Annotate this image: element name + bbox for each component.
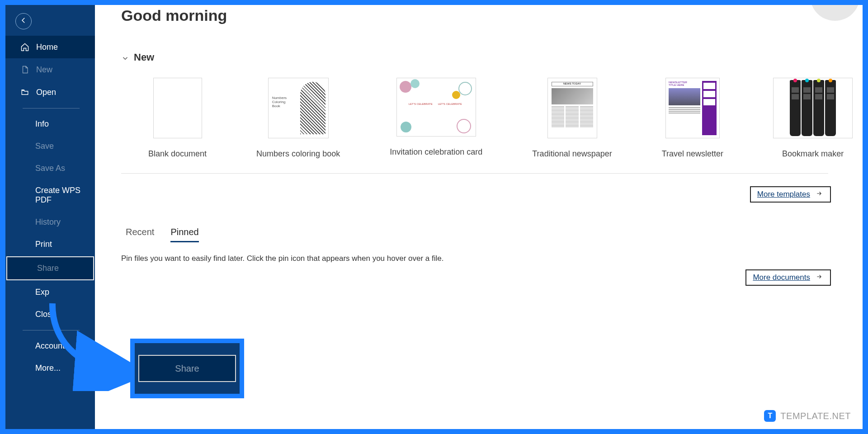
tab-recent[interactable]: Recent <box>126 227 154 242</box>
new-section-toggle[interactable]: New <box>121 52 844 63</box>
sidebar-item-history[interactable]: History <box>5 211 95 233</box>
sidebar-item-create-wps-pdf[interactable]: Create WPS PDF <box>5 179 95 211</box>
section-divider <box>121 173 828 174</box>
sidebar-item-label: History <box>35 217 61 227</box>
sidebar-item-label: More... <box>35 363 61 373</box>
more-documents-link[interactable]: More documents <box>745 269 831 286</box>
more-templates-label: More templates <box>757 190 810 199</box>
sidebar-item-label: Info <box>35 119 49 129</box>
sidebar-item-export[interactable]: Exp <box>5 281 95 303</box>
sidebar-item-label: Close <box>35 310 56 319</box>
template-thumbnail: NEWSLETTERTITLE HERE <box>665 78 720 138</box>
file-icon <box>20 65 30 75</box>
templates-row: Blank document NumbersColoringBook Numbe… <box>121 78 844 159</box>
sidebar-item-share-highlight: Share <box>6 256 94 280</box>
arrow-right-icon <box>815 273 824 282</box>
template-label: Bookmark maker <box>782 149 844 159</box>
chevron-down-icon <box>121 53 129 61</box>
new-section-label: New <box>134 52 154 63</box>
greeting-title: Good morning <box>121 7 844 24</box>
sidebar-item-account[interactable]: Account <box>5 335 95 357</box>
template-traditional-newspaper[interactable]: NEWS TODAY Traditional newspaper <box>532 78 612 159</box>
tab-pinned[interactable]: Pinned <box>170 227 198 242</box>
sidebar-item-label: Home <box>36 42 58 52</box>
sidebar-item-new[interactable]: New <box>5 58 95 81</box>
sidebar-divider <box>23 108 80 108</box>
sidebar-divider <box>23 330 80 330</box>
sidebar-item-open[interactable]: Open <box>5 81 95 104</box>
folder-open-icon <box>20 87 30 97</box>
template-thumbnail: NumbersColoringBook <box>268 78 329 138</box>
home-icon <box>20 42 30 52</box>
template-thumbnail: LET'S CELEBRATE LET'S CELEBRATE <box>396 78 476 137</box>
sidebar-item-label: Print <box>35 240 52 249</box>
template-invitation-card[interactable]: LET'S CELEBRATE LET'S CELEBRATE Invitati… <box>390 78 482 159</box>
template-label: Invitation celebration card <box>390 147 482 157</box>
sidebar-item-print[interactable]: Print <box>5 233 95 255</box>
share-callout-label: Share <box>175 363 199 374</box>
template-thumbnail <box>153 78 202 138</box>
template-bookmark-maker[interactable]: Bookmark maker <box>773 78 853 159</box>
arrow-left-icon <box>19 16 28 26</box>
more-documents-label: More documents <box>753 273 810 282</box>
share-callout-button[interactable]: Share <box>138 355 236 382</box>
tab-label: Pinned <box>170 227 198 237</box>
sidebar-item-label: Account <box>35 341 65 351</box>
sidebar-item-home[interactable]: Home <box>5 36 95 58</box>
arrow-right-icon <box>815 190 824 199</box>
share-callout: Share <box>130 339 244 398</box>
sidebar-item-label: Save As <box>35 164 65 173</box>
documents-tabs: Recent Pinned <box>121 227 844 242</box>
sidebar-item-save[interactable]: Save <box>5 135 95 157</box>
app-frame: Home New Open Info Save Save As Create W… <box>5 5 863 429</box>
sidebar-item-save-as[interactable]: Save As <box>5 157 95 179</box>
sidebar-item-label: Share <box>37 264 59 273</box>
template-blank-document[interactable]: Blank document <box>148 78 207 159</box>
sidebar-item-label: Exp <box>35 288 49 297</box>
template-travel-newsletter[interactable]: NEWSLETTERTITLE HERE Travel newsletter <box>662 78 723 159</box>
template-label: Blank document <box>148 149 207 159</box>
template-label: Travel newsletter <box>662 149 723 159</box>
brand-text: TEMPLATE.NET <box>780 411 851 421</box>
template-thumbnail: NEWS TODAY <box>547 78 597 138</box>
sidebar-item-more[interactable]: More... <box>5 357 95 379</box>
sidebar-item-label: New <box>36 65 52 75</box>
sidebar-item-label: Create WPS PDF <box>35 186 84 205</box>
sidebar-item-close[interactable]: Close <box>5 303 95 326</box>
template-label: Numbers coloring book <box>256 149 340 159</box>
template-label: Traditional newspaper <box>532 149 612 159</box>
pinned-help-text: Pin files you want to easily find later.… <box>121 254 844 263</box>
sidebar-item-label: Open <box>36 88 56 97</box>
sidebar-item-share[interactable]: Share <box>7 257 93 279</box>
brand-badge-icon: T <box>764 410 776 422</box>
template-thumbnail <box>773 78 853 138</box>
sidebar-item-label: Save <box>35 142 54 151</box>
back-button[interactable] <box>15 13 32 29</box>
tab-label: Recent <box>126 227 154 237</box>
more-templates-link[interactable]: More templates <box>750 186 831 203</box>
sidebar-item-info[interactable]: Info <box>5 113 95 135</box>
file-menu-sidebar: Home New Open Info Save Save As Create W… <box>5 5 95 429</box>
template-numbers-coloring-book[interactable]: NumbersColoringBook Numbers coloring boo… <box>256 78 340 159</box>
branding-watermark: T TEMPLATE.NET <box>764 410 851 422</box>
